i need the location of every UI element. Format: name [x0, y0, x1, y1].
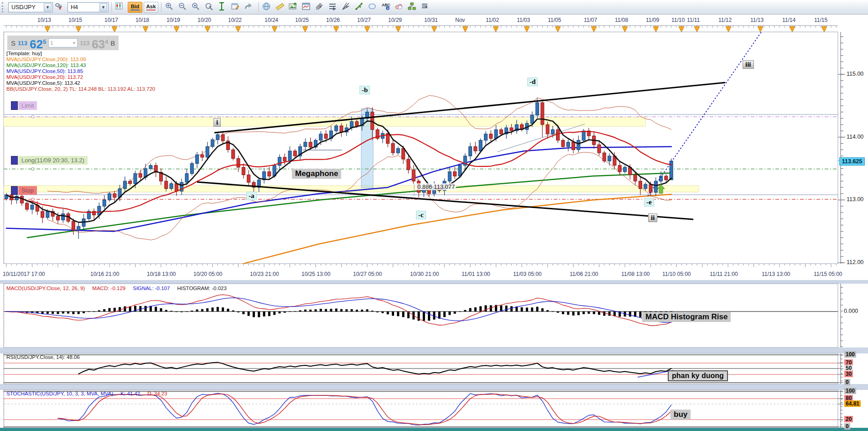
candle [304, 142, 307, 147]
candle [469, 146, 472, 156]
candle [242, 167, 245, 175]
ruler-icon[interactable]: ▼ [275, 1, 286, 13]
edit-window-icon[interactable] [230, 1, 242, 13]
unlink-icon[interactable]: x ▼ [54, 1, 66, 13]
indicator-legend: [Template: huy] MVA(USD/JPY.Close,200): … [6, 51, 155, 92]
candle [196, 155, 199, 163]
current-price-tag: 113.625 [839, 157, 865, 166]
candle [355, 121, 359, 126]
chart-annotation[interactable]: i [213, 118, 221, 127]
bid-label: Bid [131, 4, 140, 9]
candle [108, 194, 111, 200]
macd-title-part: SIGNAL: -0.107 [133, 286, 170, 291]
candle [190, 164, 193, 174]
candle [624, 167, 627, 172]
candle [211, 140, 214, 146]
svg-text:x: x [59, 5, 62, 10]
chart-annotation[interactable]: -e [644, 198, 654, 207]
long-position-marker[interactable]: Long(11/09 20:30, 13.2) [11, 156, 88, 165]
candle [283, 157, 286, 161]
trendline-icon[interactable]: ▼ [354, 1, 366, 13]
top-axis-label: 10/31 [424, 17, 438, 23]
chart-annotation[interactable]: ii [648, 213, 657, 222]
macd-title-part: MACD(USD/JPY.Close, 12, 26, 9) [6, 286, 85, 291]
buy-side-label: B [110, 39, 115, 47]
fib-levels-icon[interactable]: F▼ [327, 1, 339, 13]
magnifier-icon[interactable]: ▼ [204, 1, 216, 13]
top-axis-label: 10/17 [104, 17, 118, 23]
legend-item: MVA(USD/JPY.Close,20): 113.72 [6, 74, 155, 80]
timeframe-select[interactable]: H4 ▼ [68, 2, 109, 12]
candle [232, 150, 235, 158]
pitchfork-icon[interactable]: ▼ [314, 1, 326, 13]
chart-type-icon[interactable]: ▼ [114, 1, 126, 13]
sell-price-big[interactable]: 625 [30, 36, 46, 50]
bottom-axis-label: 10/30 21:00 [410, 271, 439, 277]
chart-annotation[interactable]: phan ky duong [668, 370, 728, 381]
top-axis-label: 10/20 [198, 17, 211, 23]
top-axis-label: 11/07 [584, 17, 597, 23]
structure-icon[interactable] [407, 1, 419, 13]
zoom-select-icon[interactable] [191, 1, 203, 13]
chart-annotation[interactable]: Megaphone [292, 169, 341, 179]
vertical-ruler-icon[interactable] [217, 1, 229, 13]
add-image-icon[interactable]: + [288, 1, 300, 13]
text-abc-icon[interactable]: ABC+ [380, 1, 392, 13]
chart-annotation[interactable]: buy [670, 410, 691, 420]
share-icon[interactable] [244, 1, 255, 13]
legend-item: MVA(USD/JPY.Close,200): 113.09 [6, 57, 155, 62]
candle [309, 142, 312, 147]
chart-window-icon[interactable] [301, 1, 313, 13]
zoom-out-icon[interactable] [177, 1, 189, 13]
globe-icon[interactable] [261, 1, 273, 13]
order-handle-icon[interactable] [11, 101, 18, 110]
candle [201, 155, 204, 157]
fan-lines-icon[interactable]: ▼ [341, 1, 353, 13]
chart-annotation[interactable]: -c [416, 211, 426, 219]
eraser-icon[interactable] [394, 1, 405, 13]
candle [556, 130, 560, 140]
zoom-in-icon[interactable] [164, 1, 176, 13]
ask-button[interactable]: Ask [144, 2, 158, 13]
candle [170, 184, 173, 189]
rsi-axis-label: 30 [844, 371, 853, 377]
amount-select[interactable]: 1▼ [48, 38, 78, 47]
ask-label: Ask [146, 4, 156, 9]
bid-button[interactable]: Bid [128, 2, 142, 13]
candle [335, 126, 338, 131]
sell-price-prefix: 113 [18, 40, 27, 47]
chart-annotation[interactable]: -d [527, 78, 538, 86]
candle [62, 214, 65, 220]
top-axis-label: 11/13 [750, 17, 764, 23]
price-axis-label: 113.00 [847, 196, 863, 203]
candle [567, 142, 570, 147]
limit-order-marker[interactable]: Limit [11, 101, 37, 110]
order-handle-icon[interactable] [11, 186, 18, 195]
quote-panel[interactable]: S 113 625 1▼ 113 634 B [7, 36, 119, 50]
chart-annotation[interactable]: 0.886 113.077 [416, 183, 456, 190]
chart-annotation[interactable]: MACD Histogram Rise [642, 312, 731, 322]
candle [551, 130, 554, 134]
top-axis-label: 11/14 [782, 17, 795, 23]
legend-item: MVA(USD/JPY.Close,5): 113.42 [6, 80, 155, 86]
top-axis-label: 10/29 [388, 17, 402, 23]
stoch-axis-label: 100 [844, 388, 856, 394]
bottom-axis-label: 10/23 21:00 [250, 271, 279, 277]
bottom-axis-label: 11/11 21:00 [710, 271, 738, 277]
chart-annotation[interactable]: -a [246, 192, 257, 200]
symbol-select[interactable]: USD/JPY ▼ [8, 2, 53, 12]
chart-annotation[interactable]: -b [359, 86, 370, 94]
menu-icon[interactable]: ▼ [420, 1, 432, 13]
bottom-axis-label: 10/16 21:00 [90, 271, 119, 277]
stop-order-marker[interactable]: Stop [11, 186, 37, 195]
candle [134, 174, 137, 184]
chart-annotation[interactable]: iii [743, 60, 754, 69]
top-axis-label: 10/13 [37, 17, 51, 23]
buy-price-prefix: 113 [80, 40, 89, 47]
order-handle-icon[interactable] [11, 156, 18, 165]
ellipse-icon[interactable]: ▼ [367, 1, 379, 13]
candle [103, 200, 106, 206]
buy-price-big[interactable]: 634 [92, 36, 108, 50]
top-axis-label: 10/19 [166, 17, 180, 23]
toolbar-grip[interactable] [2, 2, 5, 12]
